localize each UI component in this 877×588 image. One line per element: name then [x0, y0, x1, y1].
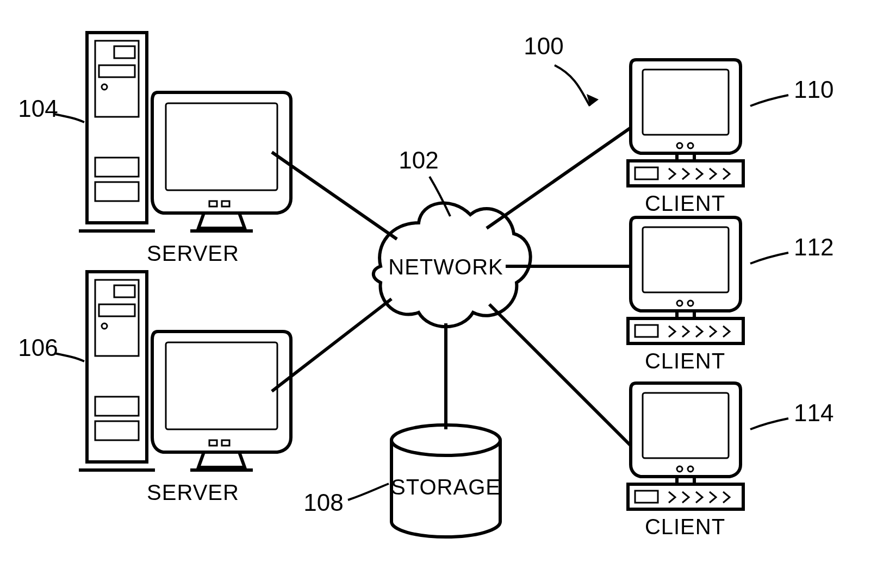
- server-1-label: SERVER: [147, 241, 239, 265]
- client-3-ref: 114: [750, 399, 834, 429]
- network-ref: 102: [399, 147, 438, 173]
- ref-system-label: 100: [524, 33, 563, 59]
- server-2-ref: 106: [18, 334, 84, 361]
- server-node-2: SERVER: [79, 272, 291, 504]
- server-node-1: SERVER: [79, 33, 291, 265]
- network-diagram: 100 NETWORK 102 STORAGE 108: [0, 0, 877, 588]
- svg-text:114: 114: [794, 399, 834, 426]
- storage-label: STORAGE: [391, 475, 501, 499]
- client-2-label: CLIENT: [645, 349, 725, 373]
- storage-node: STORAGE 108: [303, 425, 501, 537]
- client-node-2: CLIENT: [628, 217, 743, 373]
- svg-line-2: [487, 128, 631, 228]
- svg-line-4: [489, 304, 631, 446]
- svg-text:106: 106: [18, 334, 58, 361]
- storage-ref: 108: [303, 489, 343, 516]
- client-1-label: CLIENT: [645, 191, 725, 215]
- client-icon: [628, 217, 743, 343]
- server-icon: [79, 33, 291, 231]
- network-label: NETWORK: [388, 255, 503, 279]
- svg-text:112: 112: [794, 234, 834, 260]
- server-2-label: SERVER: [147, 480, 239, 504]
- ref-system: 100: [524, 33, 599, 106]
- svg-point-6: [391, 425, 500, 455]
- client-node-1: CLIENT: [628, 60, 743, 215]
- svg-text:104: 104: [18, 95, 58, 122]
- svg-text:110: 110: [794, 76, 834, 103]
- client-2-ref: 112: [750, 234, 834, 264]
- client-1-ref: 110: [750, 76, 834, 106]
- network-node: NETWORK 102: [374, 147, 531, 327]
- client-3-label: CLIENT: [645, 515, 725, 539]
- client-icon: [628, 383, 743, 509]
- server-icon: [79, 272, 291, 470]
- server-1-ref: 104: [18, 95, 84, 122]
- connections: [272, 128, 631, 446]
- client-icon: [628, 60, 743, 186]
- client-node-3: CLIENT: [628, 383, 743, 539]
